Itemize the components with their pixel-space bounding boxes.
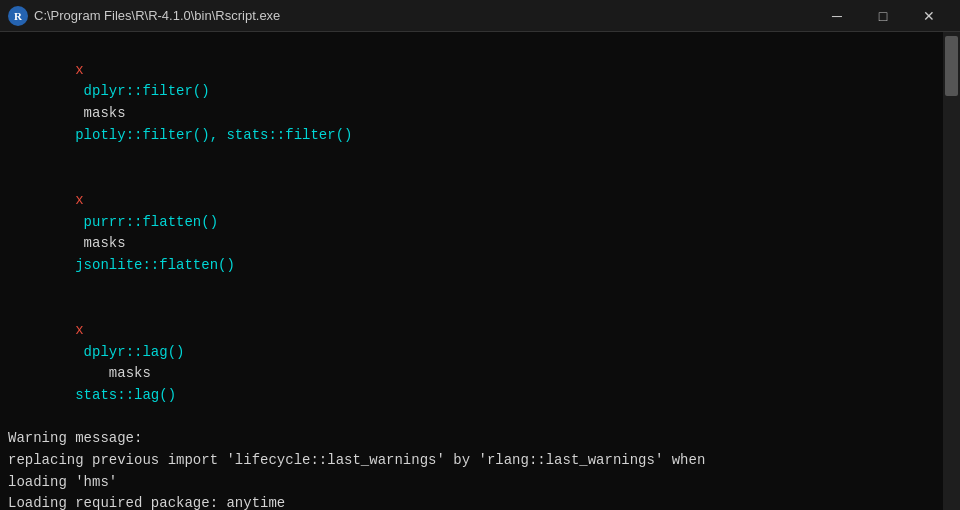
minimize-button[interactable]: ─ xyxy=(814,0,860,32)
title-bar-left: R C:\Program Files\R\R-4.1.0\bin\Rscript… xyxy=(8,6,280,26)
window-controls: ─ □ ✕ xyxy=(814,0,952,32)
list-item: x dplyr::filter() masks plotly::filter()… xyxy=(8,38,935,168)
terminal-content[interactable]: x dplyr::filter() masks plotly::filter()… xyxy=(0,32,943,510)
warning-header: Warning message: xyxy=(8,428,935,450)
scrollbar[interactable] xyxy=(943,32,960,510)
x-mark-icon: x xyxy=(75,62,83,78)
pkg-masked: plotly::filter(), stats::filter() xyxy=(75,127,352,143)
pkg-name: dplyr::lag() xyxy=(75,344,184,360)
close-button[interactable]: ✕ xyxy=(906,0,952,32)
list-item: x dplyr::lag() masks stats::lag() xyxy=(8,298,935,428)
warning-line-1: replacing previous import 'lifecycle::la… xyxy=(8,450,935,472)
loading-package-line: Loading required package: anytime xyxy=(8,493,935,510)
maximize-button[interactable]: □ xyxy=(860,0,906,32)
masks-label: masks xyxy=(75,235,134,251)
x-mark-icon: x xyxy=(75,192,83,208)
masks-label: masks xyxy=(75,365,159,381)
scroll-thumb[interactable] xyxy=(945,36,958,96)
title-bar: R C:\Program Files\R\R-4.1.0\bin\Rscript… xyxy=(0,0,960,32)
list-item: x purrr::flatten() masks jsonlite::flatt… xyxy=(8,168,935,298)
r-logo-icon: R xyxy=(8,6,28,26)
terminal-wrapper: x dplyr::filter() masks plotly::filter()… xyxy=(0,32,960,510)
x-mark-icon: x xyxy=(75,322,83,338)
masks-label: masks xyxy=(75,105,134,121)
window: R C:\Program Files\R\R-4.1.0\bin\Rscript… xyxy=(0,0,960,510)
pkg-name: purrr::flatten() xyxy=(75,214,218,230)
pkg-masked: jsonlite::flatten() xyxy=(75,257,235,273)
pkg-name: dplyr::filter() xyxy=(75,83,209,99)
window-title: C:\Program Files\R\R-4.1.0\bin\Rscript.e… xyxy=(34,8,280,23)
pkg-masked: stats::lag() xyxy=(75,387,176,403)
warning-line-2: loading 'hms' xyxy=(8,472,935,494)
